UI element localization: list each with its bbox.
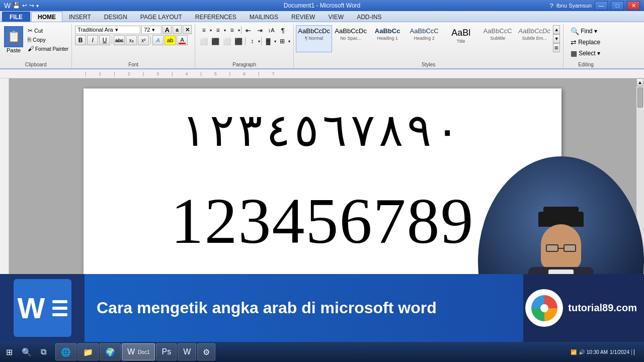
title-redo-icon[interactable]: ↪ (29, 2, 34, 9)
bullets-button[interactable]: ≡ (198, 25, 209, 35)
borders-button[interactable]: ⊞ (277, 36, 288, 46)
style-subtle-em[interactable]: AaBbCcDc Subtle Em... (516, 25, 552, 52)
font-size-dropdown[interactable]: 72 ▾ (141, 26, 162, 34)
taskbar-right: 📶 🔊 10:30 AM 1/1/2024 ▏ (567, 349, 642, 355)
volume-icon[interactable]: 🔊 (579, 349, 585, 355)
decrease-indent-button[interactable]: ⇤ (243, 25, 254, 35)
copy-button[interactable]: ⎘ Copy (27, 36, 69, 44)
underline-button[interactable]: U (99, 35, 110, 45)
font-shrink-button[interactable]: a (173, 25, 182, 34)
taskbar-app[interactable]: ⚙ (197, 343, 215, 360)
style-subtitle-sample: AaBbCcC (484, 27, 512, 36)
center-button[interactable]: ⬛ (210, 36, 221, 46)
start-button[interactable]: ⊞ (2, 343, 17, 361)
style-heading2[interactable]: AaBbCcC Heading 2 (406, 25, 442, 52)
word-logo-box: W (0, 274, 85, 342)
minimize-button[interactable]: — (595, 1, 608, 10)
taskbar: ⊞ 🔍 ⧉ 🌐 📁 🌍 W Doc1 Ps W ⚙ 📶 🔊 10 (0, 342, 644, 362)
text-effects-button[interactable]: A (152, 35, 164, 45)
chevron-down-icon: ▾ (152, 27, 155, 33)
taskbar-ie[interactable]: 🌐 (55, 343, 76, 360)
styles-scroll-up[interactable]: ▲ (553, 25, 560, 34)
scroll-thumb[interactable] (637, 87, 643, 108)
network-icon[interactable]: 📶 (571, 349, 577, 355)
style-heading1[interactable]: AaBbCc Heading 1 (369, 25, 406, 52)
maximize-button[interactable]: □ (611, 1, 624, 10)
task-view-button[interactable]: ⧉ (37, 343, 50, 361)
w2-icon: W (183, 347, 191, 356)
chevron-down-icon6[interactable]: ▾ (274, 39, 276, 44)
numbering-button[interactable]: ≡ (212, 25, 223, 35)
taskbar-chrome[interactable]: 🌍 (100, 343, 121, 360)
tab-page-layout[interactable]: PAGE LAYOUT (134, 12, 189, 22)
strikethrough-button[interactable]: abc (114, 35, 125, 45)
chevron-down-icon4[interactable]: ▾ (238, 28, 240, 33)
chevron-down-icon3[interactable]: ▾ (224, 28, 226, 33)
paste-label: Paste (7, 47, 21, 53)
styles-scroll-down[interactable]: ▼ (553, 34, 560, 43)
sort-button[interactable]: ↕A (266, 25, 277, 35)
bold-button[interactable]: B (75, 35, 86, 45)
chevron-down-icon7[interactable]: ▾ (288, 39, 290, 44)
taskbar-w2[interactable]: W (178, 343, 196, 360)
style-no-spacing[interactable]: AaBbCcDc No Spac... (333, 25, 369, 52)
taskbar-programs: 🌐 📁 🌍 W Doc1 Ps W ⚙ (55, 343, 566, 360)
styles-expand[interactable]: ⊞ (553, 43, 560, 52)
style-subtitle[interactable]: AaBbCcC Subtitle (479, 25, 516, 52)
chevron-down-icon2[interactable]: ▾ (210, 28, 212, 33)
help-icon[interactable]: ? (549, 2, 553, 10)
taskbar-word[interactable]: W Doc1 (122, 343, 155, 360)
shading-button[interactable]: ▓ (263, 36, 274, 46)
style-normal[interactable]: AaBbCcDc ¶ Normal (296, 25, 332, 52)
title-bar: W 💾 ↩ ↪ ▾ Document1 - Microsoft Word ? I… (0, 0, 644, 11)
search-taskbar[interactable]: 🔍 (18, 343, 36, 361)
arabic-numerals[interactable]: ١٢٣٤٥٦٧٨٩٠ (114, 104, 531, 158)
paste-button[interactable]: 📋 Paste (2, 25, 25, 54)
font-name-dropdown[interactable]: Traditional Ara ▾ (75, 26, 140, 34)
justify-button[interactable]: ⬛ (233, 36, 244, 46)
align-left-button[interactable]: ⬜ (198, 36, 209, 46)
show-hide-button[interactable]: ¶ (277, 25, 288, 35)
multilevel-list-button[interactable]: ≡ (226, 25, 237, 35)
subscript-button[interactable]: x₂ (126, 35, 137, 45)
title-undo-icon[interactable]: ↩ (22, 2, 27, 9)
line-spacing-button[interactable]: ↕ (247, 36, 258, 46)
find-button[interactable]: 🔍 Find ▾ (568, 26, 603, 36)
tab-design[interactable]: DESIGN (98, 12, 134, 22)
font-label: Font (72, 62, 195, 67)
clear-formatting-button[interactable]: ✕ (183, 25, 192, 34)
tab-review[interactable]: REVIEW (285, 12, 321, 22)
scroll-up-button[interactable]: ▲ (636, 78, 643, 86)
align-right-button[interactable]: ⬜ (221, 36, 232, 46)
font-color-button[interactable]: A (177, 35, 188, 45)
italic-button[interactable]: I (87, 35, 98, 45)
show-desktop[interactable]: ▏ (631, 349, 638, 355)
taskbar-ps[interactable]: Ps (156, 343, 177, 360)
tab-references[interactable]: REFERENCES (189, 12, 243, 22)
highlight-color-button[interactable]: ab (165, 35, 176, 45)
taskbar-explorer[interactable]: 📁 (77, 343, 99, 360)
tab-insert[interactable]: INSERT (62, 12, 98, 22)
style-title[interactable]: AaBl Title (443, 25, 479, 52)
select-button[interactable]: ▦ Select ▾ (568, 48, 603, 58)
latin-numerals[interactable]: 123456789 (114, 188, 531, 253)
tab-home[interactable]: HOME (31, 12, 62, 22)
tab-add-ins[interactable]: ADD-INS (350, 12, 388, 22)
style-normal-sample: AaBbCcDc (298, 27, 330, 36)
scissors-icon: ✂ (28, 27, 33, 34)
tab-mailings[interactable]: MAILINGS (243, 12, 285, 22)
replace-button[interactable]: ⇄ Replace (568, 37, 603, 47)
format-painter-button[interactable]: 🖌 Format Painter (27, 45, 69, 53)
superscript-button[interactable]: x² (138, 35, 149, 45)
tab-view[interactable]: VIEW (321, 12, 350, 22)
sep4 (245, 37, 246, 45)
font-group: Traditional Ara ▾ 72 ▾ A a ✕ B I U abc x… (72, 24, 195, 68)
tab-file[interactable]: FILE (2, 12, 30, 22)
font-grow-button[interactable]: A (163, 25, 172, 34)
title-customize[interactable]: ▾ (36, 3, 39, 9)
cut-button[interactable]: ✂ Cut (27, 27, 69, 35)
chevron-down-icon5[interactable]: ▾ (258, 39, 260, 44)
increase-indent-button[interactable]: ⇥ (254, 25, 265, 35)
title-save-icon[interactable]: 💾 (13, 2, 20, 9)
close-button[interactable]: ✕ (627, 1, 640, 10)
